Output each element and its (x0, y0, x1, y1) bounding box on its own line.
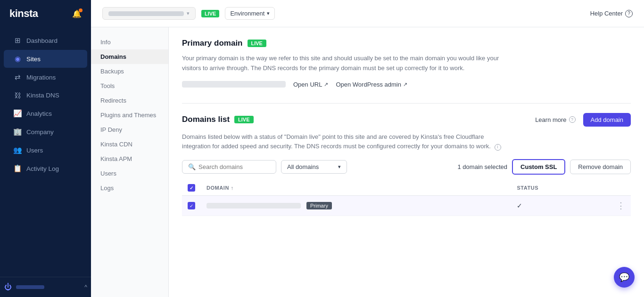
help-center-button[interactable]: Help Center ? (590, 10, 633, 17)
logo: kinsta (9, 8, 38, 20)
sub-nav-plugins-themes[interactable]: Plugins and Themes (91, 108, 168, 122)
users-icon: 👥 (13, 146, 22, 154)
sidebar-item-label: Sites (26, 56, 41, 63)
domains-info-icon[interactable]: i (495, 144, 501, 151)
row-actions-cell: ⋮ (586, 196, 631, 216)
site-name-bar (108, 11, 184, 16)
topbar-right: Help Center ? (590, 10, 633, 17)
table-controls: 🔍 All domains ▾ 1 domain selected Custom… (182, 159, 631, 175)
chat-button[interactable]: 💬 (614, 267, 635, 288)
col-actions-header (586, 180, 631, 196)
open-wp-admin-link[interactable]: Open WordPress admin ↗ (336, 81, 407, 88)
custom-ssl-button[interactable]: Custom SSL (512, 159, 565, 175)
notification-icon[interactable]: 🔔 (72, 9, 82, 18)
sidebar-item-sites[interactable]: ◉ Sites (4, 50, 87, 68)
section-divider (182, 103, 631, 104)
kinsta-dns-icon: ⛓ (13, 91, 22, 99)
sub-nav-tools[interactable]: Tools (91, 79, 168, 93)
table-controls-left: 🔍 All domains ▾ (182, 160, 347, 174)
primary-domain-header: Primary domain LIVE (182, 39, 631, 48)
env-chevron-icon: ▾ (267, 10, 270, 16)
sub-nav-info[interactable]: Info (91, 35, 168, 49)
page-content: Primary domain LIVE Your primary domain … (169, 27, 644, 297)
table-body: ✓ Primary ✓ (182, 196, 631, 216)
sidebar-logo-area: kinsta 🔔 (0, 0, 91, 27)
table-controls-right: 1 domain selected Custom SSL Remove doma… (458, 159, 631, 175)
primary-domain-live-badge: LIVE (248, 40, 266, 47)
table-row: ✓ Primary ✓ (182, 196, 631, 216)
sub-nav-users[interactable]: Users (91, 166, 168, 181)
domains-desc-text: Domains listed below with a status of "D… (182, 133, 491, 150)
sidebar-user: ⏻ (4, 283, 44, 291)
search-domains-box[interactable]: 🔍 (182, 160, 276, 174)
open-wp-admin-icon: ↗ (403, 81, 407, 88)
domains-table: ✓ DOMAIN ↑ STATUS ✓ (182, 180, 631, 216)
topbar-left: ▾ LIVE Environment ▾ (102, 7, 275, 20)
selected-count-label: 1 domain selected (458, 163, 508, 170)
migrations-icon: ⇄ (13, 73, 22, 81)
sub-nav-kinsta-apm[interactable]: Kinsta APM (91, 152, 168, 166)
domains-list-section: Domains list LIVE Learn more ? Add domai… (182, 113, 631, 217)
header-checkbox[interactable]: ✓ (188, 184, 195, 192)
sidebar-item-dashboard[interactable]: ⊞ Dashboard (4, 32, 87, 49)
learn-more-link[interactable]: Learn more ? (535, 116, 575, 123)
primary-domain-badge: Primary (306, 202, 332, 209)
user-name-bar (16, 285, 44, 289)
sidebar-item-kinsta-dns[interactable]: ⛓ Kinsta DNS (4, 87, 87, 104)
content-area: Info Domains Backups Tools Redirects Plu… (91, 27, 644, 297)
sub-nav-logs[interactable]: Logs (91, 181, 168, 195)
table-header-row: ✓ DOMAIN ↑ STATUS (182, 180, 631, 196)
sub-nav-domains[interactable]: Domains (91, 49, 168, 64)
env-dropdown[interactable]: Environment ▾ (225, 7, 275, 20)
search-domains-input[interactable] (198, 163, 270, 170)
sidebar-item-migrations[interactable]: ⇄ Migrations (4, 68, 87, 86)
sidebar-item-activity-log[interactable]: 📋 Activity Log (4, 160, 87, 177)
row-checkbox[interactable]: ✓ (188, 202, 195, 209)
company-icon: 🏢 (13, 128, 22, 136)
learn-more-icon: ? (569, 116, 576, 123)
filter-chevron-icon: ▾ (338, 164, 341, 170)
remove-domain-button[interactable]: Remove domain (570, 160, 631, 174)
sidebar-bottom: ⏻ ^ (0, 277, 91, 297)
row-domain-cell: Primary (201, 196, 511, 216)
open-url-icon: ↗ (324, 81, 328, 88)
help-center-icon: ? (625, 10, 633, 17)
help-center-label: Help Center (590, 10, 623, 17)
row-more-icon[interactable]: ⋮ (617, 201, 625, 210)
sidebar-item-company[interactable]: 🏢 Company (4, 123, 87, 141)
dashboard-icon: ⊞ (13, 36, 22, 45)
sidebar-item-users[interactable]: 👥 Users (4, 141, 87, 159)
learn-more-label: Learn more (535, 116, 566, 123)
col-status-header: STATUS (511, 180, 586, 196)
sites-icon: ◉ (13, 55, 22, 63)
sub-nav-backups[interactable]: Backups (91, 64, 168, 79)
site-selector[interactable]: ▾ (102, 7, 196, 20)
env-label: Environment (230, 10, 264, 17)
sub-sidebar: Info Domains Backups Tools Redirects Plu… (91, 27, 169, 297)
row-checkbox-cell: ✓ (182, 196, 201, 216)
sidebar-item-label: Analytics (26, 110, 52, 117)
primary-domain-title: Primary domain (182, 39, 243, 48)
sidebar: kinsta 🔔 ⊞ Dashboard ◉ Sites ⇄ Migration… (0, 0, 91, 297)
open-url-link[interactable]: Open URL ↗ (293, 81, 328, 88)
col-domain-header[interactable]: DOMAIN ↑ (201, 180, 511, 196)
topbar: ▾ LIVE Environment ▾ Help Center ? (91, 0, 644, 27)
sub-nav-kinsta-cdn[interactable]: Kinsta CDN (91, 137, 168, 152)
all-domains-dropdown[interactable]: All domains ▾ (281, 160, 347, 174)
notification-dot (79, 8, 83, 12)
chat-icon: 💬 (619, 272, 629, 282)
primary-domain-bar (182, 81, 286, 88)
sidebar-nav: ⊞ Dashboard ◉ Sites ⇄ Migrations ⛓ Kinst… (0, 27, 91, 277)
analytics-icon: 📈 (13, 109, 22, 118)
domains-list-description: Domains listed below with a status of "D… (182, 132, 503, 152)
main-area: ▾ LIVE Environment ▾ Help Center ? Info … (91, 0, 644, 297)
domains-list-header: Domains list LIVE Learn more ? Add domai… (182, 113, 631, 127)
sub-nav-ip-deny[interactable]: IP Deny (91, 122, 168, 137)
sidebar-item-analytics[interactable]: 📈 Analytics (4, 104, 87, 122)
add-domain-button[interactable]: Add domain (583, 113, 631, 127)
sidebar-item-label: Migrations (26, 74, 56, 81)
domains-list-live-badge: LIVE (234, 116, 253, 123)
open-url-label: Open URL (293, 81, 322, 88)
collapse-icon[interactable]: ^ (84, 284, 87, 290)
sub-nav-redirects[interactable]: Redirects (91, 93, 168, 108)
